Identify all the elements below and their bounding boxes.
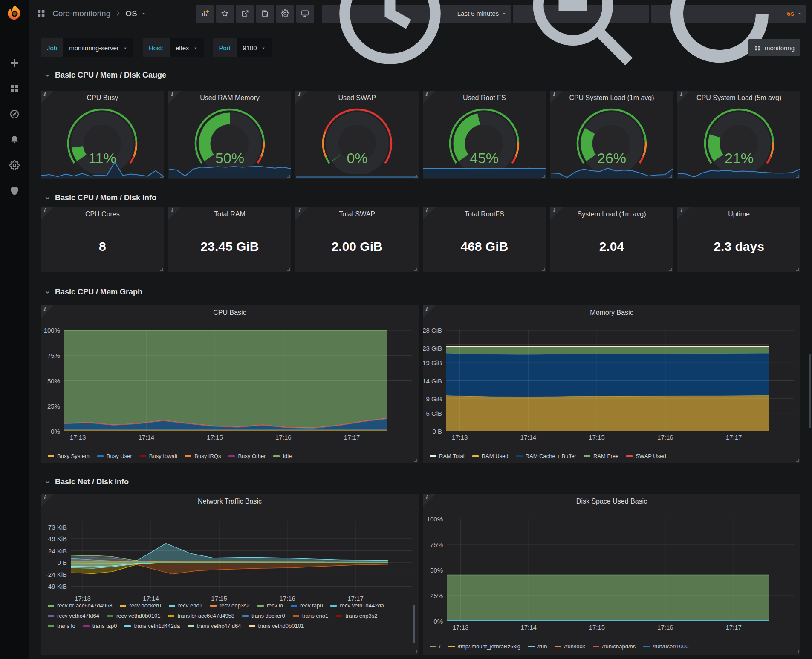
variable-job[interactable]: Jobmonitoring-server bbox=[41, 38, 133, 57]
legend-item[interactable]: trans docker0 bbox=[242, 613, 285, 619]
panel-title[interactable]: Total SWAP bbox=[295, 210, 419, 218]
legend-item[interactable]: RAM Total bbox=[430, 453, 465, 459]
panel-title[interactable]: Used SWAP bbox=[295, 94, 419, 102]
mark-as-favorite-button[interactable] bbox=[216, 5, 234, 23]
panel-resize-handle[interactable] bbox=[796, 175, 799, 178]
panel-title[interactable]: System Load (1m avg) bbox=[550, 210, 673, 218]
cycle-view-mode-button[interactable] bbox=[296, 5, 314, 23]
panel-info-corner[interactable]: i bbox=[41, 305, 54, 318]
legend-item[interactable]: RAM Cache + Buffer bbox=[516, 453, 576, 459]
chart-plot-area[interactable] bbox=[71, 521, 412, 592]
legend-item[interactable]: recv vethd0b0101 bbox=[107, 613, 160, 619]
variable-host[interactable]: Host:eltex bbox=[143, 38, 204, 57]
legend-item[interactable]: trans enp3s2 bbox=[336, 613, 377, 619]
chart-plot-area[interactable] bbox=[446, 330, 794, 431]
legend-item[interactable]: recv tap0 bbox=[291, 602, 323, 609]
panel-info-corner[interactable]: i bbox=[295, 207, 308, 220]
panel-title[interactable]: Memory Basic bbox=[423, 309, 800, 317]
panel-title[interactable]: Uptime bbox=[677, 210, 800, 218]
legend-item[interactable]: trans veth1d442da bbox=[124, 623, 180, 629]
legend-item[interactable]: RAM Used bbox=[472, 453, 509, 459]
panel-title[interactable]: CPU System Load (5m avg) bbox=[677, 94, 800, 102]
variable-value[interactable]: monitoring-server bbox=[63, 38, 133, 57]
legend-item[interactable]: /tmp/.mount_jetbraBz6xlg bbox=[448, 643, 520, 650]
legend-item[interactable]: trans lo bbox=[48, 623, 75, 629]
legend-item[interactable]: / bbox=[430, 643, 441, 650]
legend-item[interactable]: /run/lock bbox=[555, 643, 585, 650]
legend-item[interactable]: recv veth1d442da bbox=[330, 602, 384, 609]
panel-info-corner[interactable]: i bbox=[41, 207, 54, 220]
legend-item[interactable]: SWAP Used bbox=[626, 453, 666, 459]
legend-item[interactable]: Busy System bbox=[48, 453, 90, 459]
panel-title[interactable]: Network Traffic Basic bbox=[41, 498, 419, 505]
legend-item[interactable]: trans vethd0b0101 bbox=[249, 623, 304, 629]
legend-scrollbar[interactable] bbox=[413, 605, 415, 643]
row-header-netdisk[interactable]: Basic Net / Disk Info bbox=[41, 477, 800, 487]
panel-info-corner[interactable]: i bbox=[550, 91, 563, 104]
panel-info-corner[interactable]: i bbox=[41, 91, 54, 104]
variable-value[interactable]: 9100 bbox=[237, 38, 271, 57]
add-panel-button[interactable] bbox=[196, 5, 214, 23]
panel-resize-handle[interactable] bbox=[160, 268, 163, 271]
panel-title[interactable]: Total RAM bbox=[168, 210, 292, 218]
panel-resize-handle[interactable] bbox=[796, 268, 799, 271]
panel-info-corner[interactable]: i bbox=[295, 91, 308, 104]
legend-item[interactable]: recv vethc47fd64 bbox=[48, 613, 99, 619]
refresh-picker[interactable]: 5s bbox=[651, 5, 806, 23]
legend-item[interactable]: Busy IRQs bbox=[185, 453, 221, 459]
breadcrumb[interactable]: Core-monitoring OS bbox=[37, 9, 146, 18]
panel-resize-handle[interactable] bbox=[669, 268, 672, 271]
save-dashboard-button[interactable] bbox=[256, 5, 274, 23]
legend-item[interactable]: Idle bbox=[273, 453, 292, 459]
panel-title[interactable]: CPU Busy bbox=[41, 94, 164, 102]
legend-item[interactable]: Busy User bbox=[97, 453, 132, 459]
sidebar-plus-icon[interactable] bbox=[9, 58, 20, 68]
panel-resize-handle[interactable] bbox=[160, 175, 163, 178]
sidebar-shield-icon[interactable] bbox=[9, 186, 20, 196]
panel-title[interactable]: CPU System Load (1m avg) bbox=[550, 94, 673, 102]
panel-info-corner[interactable]: i bbox=[423, 494, 436, 507]
panel-resize-handle[interactable] bbox=[414, 459, 417, 462]
variable-port[interactable]: Port9100 bbox=[213, 38, 272, 57]
legend-item[interactable]: recv br-acc6e47d4958 bbox=[48, 602, 112, 609]
legend-item[interactable]: recv lo bbox=[257, 602, 283, 609]
panel-info-corner[interactable]: i bbox=[423, 91, 436, 104]
sidebar-gear-icon[interactable] bbox=[9, 160, 20, 170]
page-scrollbar[interactable] bbox=[809, 354, 811, 428]
sidebar-apps-icon[interactable] bbox=[9, 83, 20, 94]
legend-item[interactable]: trans vethc47fd64 bbox=[188, 623, 241, 629]
zoom-out-button[interactable] bbox=[513, 5, 649, 23]
sidebar-compass-icon[interactable] bbox=[9, 109, 20, 119]
chart-plot-area[interactable] bbox=[64, 330, 412, 431]
panel-info-corner[interactable]: i bbox=[677, 207, 690, 220]
grafana-logo[interactable] bbox=[6, 4, 23, 22]
folder-button[interactable]: monitoring bbox=[748, 39, 800, 56]
legend-item[interactable]: recv docker0 bbox=[120, 602, 161, 609]
panel-resize-handle[interactable] bbox=[287, 175, 290, 178]
panel-resize-handle[interactable] bbox=[542, 175, 545, 178]
panel-title[interactable]: Total RootFS bbox=[423, 210, 546, 218]
panel-info-corner[interactable]: i bbox=[41, 494, 54, 507]
panel-info-corner[interactable]: i bbox=[423, 207, 436, 220]
panel-title[interactable]: Used Root FS bbox=[423, 94, 546, 102]
panel-info-corner[interactable]: i bbox=[168, 91, 181, 104]
panel-title[interactable]: CPU Cores bbox=[41, 210, 164, 218]
panel-info-corner[interactable]: i bbox=[168, 207, 181, 220]
panel-resize-handle[interactable] bbox=[287, 268, 290, 271]
legend-item[interactable]: trans br-acc6e47d4958 bbox=[168, 613, 234, 619]
row-header-graph[interactable]: Basic CPU / Mem Graph bbox=[41, 287, 800, 297]
sidebar-bell-icon[interactable] bbox=[9, 135, 20, 145]
dashboard-settings-button[interactable] bbox=[276, 5, 294, 23]
panel-resize-handle[interactable] bbox=[542, 268, 545, 271]
variable-value[interactable]: eltex bbox=[170, 38, 204, 57]
panel-title[interactable]: Used RAM Memory bbox=[168, 94, 292, 102]
panel-title[interactable]: Disk Space Used Basic bbox=[423, 498, 800, 505]
panel-info-corner[interactable]: i bbox=[423, 305, 436, 318]
breadcrumb-dashboard[interactable]: OS bbox=[125, 9, 137, 18]
row-header-info[interactable]: Basic CPU / Mem / Disk Info bbox=[41, 193, 800, 203]
breadcrumb-folder[interactable]: Core-monitoring bbox=[52, 9, 110, 18]
chart-plot-area[interactable] bbox=[447, 519, 794, 621]
panel-resize-handle[interactable] bbox=[796, 459, 799, 462]
legend-item[interactable]: /run/snapd/ns bbox=[593, 643, 636, 650]
panel-title[interactable]: CPU Basic bbox=[41, 309, 419, 317]
